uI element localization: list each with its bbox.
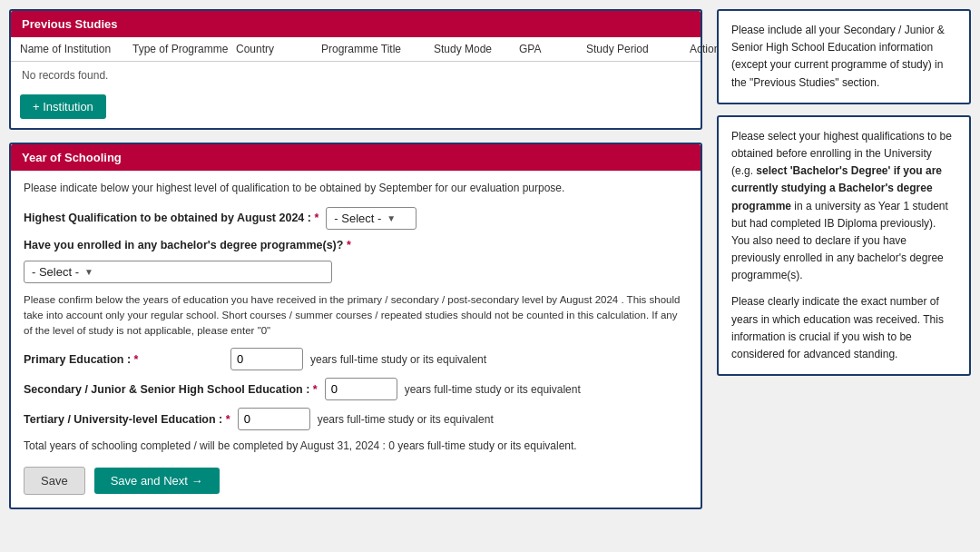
tooltip-qualifications: Please select your highest qualification…	[717, 115, 971, 376]
bachelor-row: Have you enrolled in any bachelor's degr…	[24, 239, 688, 251]
primary-education-row: Primary Education : * years full-time st…	[24, 348, 688, 370]
chevron-down-icon-2: ▼	[84, 267, 93, 277]
bachelor-select[interactable]: - Select - ▼	[24, 261, 332, 283]
total-years-text: Total years of schooling completed / wil…	[24, 438, 688, 454]
secondary-education-input[interactable]	[325, 378, 397, 400]
no-records-text: No records found.	[11, 62, 701, 89]
previous-studies-header: Previous Studies	[11, 11, 701, 37]
primary-education-input[interactable]	[230, 348, 303, 370]
col-gpa: GPA	[519, 43, 583, 57]
col-programme-type: Type of Programme	[132, 43, 232, 57]
secondary-education-label: Secondary / Junior & Senior High School …	[24, 383, 318, 396]
chevron-down-icon: ▼	[387, 213, 396, 223]
primary-education-label: Primary Education : *	[24, 353, 223, 366]
year-section-description: Please indicate below your highest level…	[24, 180, 688, 196]
secondary-education-unit: years full-time study or its equivalent	[405, 383, 581, 396]
tertiary-education-label: Tertiary / University-level Education : …	[24, 413, 230, 426]
right-panel: Please include all your Secondary / Juni…	[717, 9, 971, 522]
bachelor-label: Have you enrolled in any bachelor's degr…	[24, 239, 351, 251]
tertiary-education-unit: years full-time study or its equivalent	[318, 413, 494, 426]
tertiary-education-row: Tertiary / University-level Education : …	[24, 408, 688, 430]
primary-education-unit: years full-time study or its equivalent	[310, 353, 486, 366]
tertiary-education-input[interactable]	[238, 408, 310, 430]
year-of-schooling-section: Year of Schooling Please indicate below …	[9, 143, 702, 510]
bachelor-select-row: - Select - ▼	[24, 261, 688, 283]
secondary-education-row: Secondary / Junior & Senior High School …	[24, 378, 688, 400]
confirm-text: Please confirm below the years of educat…	[24, 292, 688, 340]
col-country: Country	[236, 43, 318, 57]
button-row: Save Save and Next →	[24, 467, 688, 495]
previous-studies-section: Previous Studies Name of Institution Typ…	[9, 9, 702, 130]
save-button[interactable]: Save	[24, 467, 85, 495]
qualification-select[interactable]: - Select - ▼	[326, 207, 416, 230]
col-study-mode: Study Mode	[434, 43, 515, 57]
year-of-schooling-header: Year of Schooling	[11, 144, 701, 171]
add-institution-button[interactable]: + Institution	[20, 94, 106, 119]
col-institution: Name of Institution	[20, 43, 129, 57]
qualification-row: Highest Qualification to be obtained by …	[24, 207, 688, 230]
tooltip-previous-studies: Please include all your Secondary / Juni…	[717, 9, 971, 104]
table-header-row: Name of Institution Type of Programme Co…	[11, 37, 701, 62]
col-programme-title: Programme Title	[321, 43, 430, 57]
save-and-next-button[interactable]: Save and Next →	[94, 468, 220, 494]
qualification-label: Highest Qualification to be obtained by …	[24, 212, 318, 224]
col-study-period: Study Period	[586, 43, 686, 57]
